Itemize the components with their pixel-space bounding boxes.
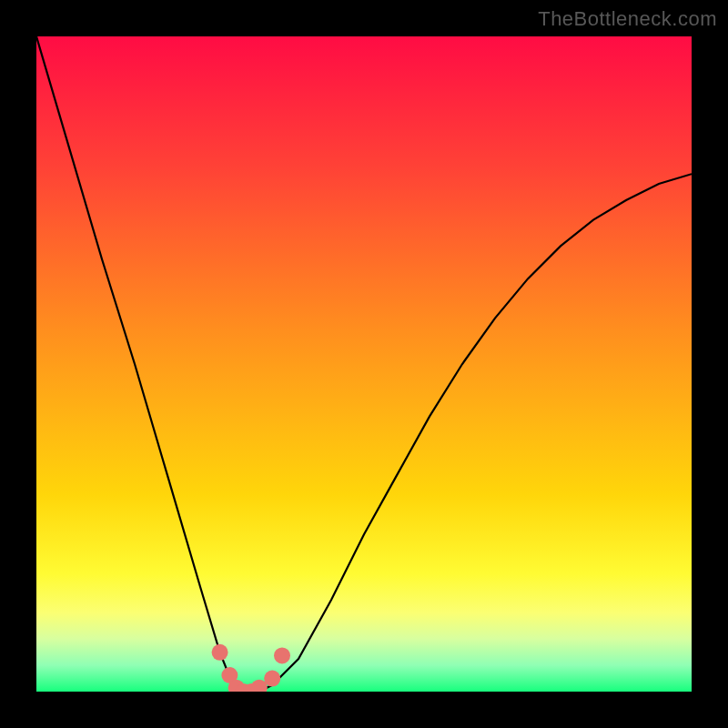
bottleneck-chart (36, 36, 692, 692)
plot-area (36, 36, 692, 692)
marker-dot (264, 671, 280, 687)
watermark-text: TheBottleneck.com (538, 7, 717, 31)
marker-dot (212, 644, 228, 661)
marker-dot (274, 647, 290, 663)
